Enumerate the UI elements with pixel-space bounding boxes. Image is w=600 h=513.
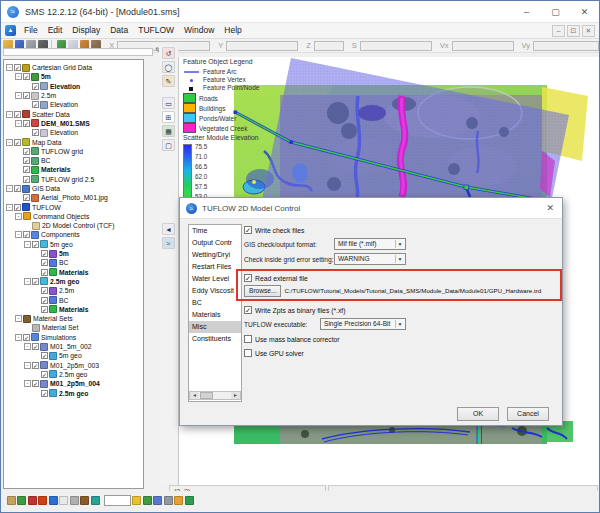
tree-item[interactable]: ✓Materials xyxy=(4,268,143,277)
mdi-close-button[interactable]: ✕ xyxy=(582,25,595,37)
tree-item[interactable]: -✓M01_2p5m_004 xyxy=(4,379,143,388)
tree-checkbox[interactable]: ✓ xyxy=(23,176,30,183)
curvilinear-module-icon[interactable] xyxy=(59,496,68,505)
tree-item[interactable]: ✓5m geo xyxy=(4,351,143,360)
coord-input-vx[interactable] xyxy=(452,41,514,51)
cartesian-grid-module-icon[interactable] xyxy=(17,496,26,505)
coord-input-vy[interactable] xyxy=(533,41,599,51)
close-button[interactable]: ✕ xyxy=(570,1,599,23)
menu-window[interactable]: Window xyxy=(179,23,219,38)
tree-item[interactable]: -✓Map Data xyxy=(4,137,143,146)
open-simulation-icon[interactable] xyxy=(174,496,183,505)
tree-checkbox[interactable]: ✓ xyxy=(32,362,39,369)
expander-icon[interactable]: - xyxy=(15,213,22,220)
tree-item[interactable]: ✓2.5m xyxy=(4,286,143,295)
tree-item[interactable]: Material Set xyxy=(4,323,143,332)
expander-icon[interactable]: - xyxy=(6,139,13,146)
coord-input-y[interactable] xyxy=(226,41,298,51)
tree-item[interactable]: -✓Components xyxy=(4,230,143,239)
edit-window-strip[interactable] xyxy=(3,48,153,56)
tree-item[interactable]: -✓TUFLOW xyxy=(4,202,143,211)
tree-item[interactable]: ✓Materials xyxy=(4,305,143,314)
display-options-icon[interactable]: ▦ xyxy=(162,125,175,137)
tree-item[interactable]: ✓Materials xyxy=(4,165,143,174)
tree-checkbox[interactable]: ✓ xyxy=(41,352,48,359)
mesh-module-icon[interactable] xyxy=(7,496,16,505)
tree-checkbox[interactable]: ✓ xyxy=(41,287,48,294)
tree-item[interactable]: ✓5m xyxy=(4,249,143,258)
title-bar[interactable]: ≈ SMS 12.2.12 (64-bit) - [Module01.sms] … xyxy=(1,1,599,23)
rotate-tool-icon[interactable]: ↺ xyxy=(162,47,175,59)
tree-checkbox[interactable]: ✓ xyxy=(32,83,39,90)
tree-checkbox[interactable]: ✓ xyxy=(41,390,48,397)
tree-checkbox[interactable]: ✓ xyxy=(41,297,48,304)
expander-icon[interactable]: - xyxy=(6,185,13,192)
run-simulation-icon[interactable] xyxy=(185,496,194,505)
tree-item[interactable]: -✓5m xyxy=(4,72,143,81)
expander-icon[interactable]: - xyxy=(15,120,22,127)
tree-checkbox[interactable]: ✓ xyxy=(23,73,30,80)
tree-checkbox[interactable]: ✓ xyxy=(23,92,30,99)
time-settings-icon[interactable] xyxy=(132,496,141,505)
tree-item[interactable]: -✓M01_5m_002 xyxy=(4,342,143,351)
mdi-restore-button[interactable]: ⊡ xyxy=(567,25,580,37)
write-zpts-checkbox[interactable]: ✓ xyxy=(244,306,252,314)
read-external-file-checkbox[interactable]: ✓ xyxy=(244,274,252,282)
expander-icon[interactable]: - xyxy=(6,111,13,118)
model-control-icon[interactable] xyxy=(164,496,173,505)
tree-checkbox[interactable]: ✓ xyxy=(14,185,21,192)
tree-item[interactable]: ✓Elevation xyxy=(4,128,143,137)
gis-format-dropdown[interactable]: Mif file (*.mif) ▼ xyxy=(334,238,406,250)
scatter-module-icon[interactable] xyxy=(28,496,37,505)
expander-icon[interactable]: - xyxy=(6,64,13,71)
expander-icon[interactable]: - xyxy=(6,204,13,211)
menu-display[interactable]: Display xyxy=(67,23,105,38)
tree-item[interactable]: ✓2.5m geo xyxy=(4,370,143,379)
tree-item[interactable]: ✓Elevation xyxy=(4,82,143,91)
dialog-tab-bc[interactable]: BC xyxy=(189,297,241,309)
tree-checkbox[interactable]: ✓ xyxy=(32,380,39,387)
ok-button[interactable]: OK xyxy=(457,407,499,421)
menu-help[interactable]: Help xyxy=(219,23,246,38)
tree-checkbox[interactable]: ✓ xyxy=(32,278,39,285)
tree-checkbox[interactable]: ✓ xyxy=(32,101,39,108)
select-box-icon[interactable]: ▢ xyxy=(162,139,175,151)
menu-tuflow[interactable]: TUFLOW xyxy=(133,23,179,38)
tree-item[interactable]: -✓M01_2p5m_003 xyxy=(4,361,143,370)
zoom-tool-icon[interactable]: ◯ xyxy=(162,61,175,73)
scroll-right-icon[interactable]: ► xyxy=(231,392,240,399)
tab-list-scrollbar[interactable]: ◄ ► xyxy=(189,391,241,400)
tree-checkbox[interactable]: ✓ xyxy=(23,148,30,155)
tree-checkbox[interactable]: ✓ xyxy=(23,194,30,201)
tree-checkbox[interactable]: ✓ xyxy=(14,139,21,146)
tree-checkbox[interactable]: ✓ xyxy=(23,334,30,341)
expander-icon[interactable]: - xyxy=(24,362,31,369)
menu-data[interactable]: Data xyxy=(105,23,133,38)
tree-item[interactable]: -✓DEM_M01.SMS xyxy=(4,119,143,128)
particle-module-icon[interactable] xyxy=(70,496,79,505)
tree-checkbox[interactable]: ✓ xyxy=(23,157,30,164)
dialog-title-bar[interactable]: ≈ TUFLOW 2D Model Control ✕ xyxy=(180,198,562,219)
scrollbar-thumb[interactable] xyxy=(200,392,213,399)
tree-item[interactable]: -Command Objects xyxy=(4,212,143,221)
time-step-field[interactable] xyxy=(104,495,131,506)
dialog-tab-materials[interactable]: Materials xyxy=(189,309,241,321)
tree-checkbox[interactable]: ✓ xyxy=(41,250,48,257)
write-check-files-checkbox[interactable]: ✓ xyxy=(244,226,252,234)
tree-checkbox[interactable]: ✓ xyxy=(41,259,48,266)
grid-error-dropdown[interactable]: WARNING ▼ xyxy=(334,253,406,265)
tree-item[interactable]: ✓Aerial_Photo_M01.jpg xyxy=(4,193,143,202)
tree-item[interactable]: -✓Cartesian Grid Data xyxy=(4,63,143,72)
browse-button[interactable]: Browse... xyxy=(244,285,281,297)
scroll-left-icon[interactable]: ◄ xyxy=(190,392,199,399)
dialog-tab-water-level[interactable]: Water Level xyxy=(189,273,241,285)
tree-item[interactable]: -✓Simulations xyxy=(4,333,143,342)
cancel-button[interactable]: Cancel xyxy=(507,407,549,421)
gis-module-icon[interactable] xyxy=(49,496,58,505)
model-check-icon[interactable] xyxy=(153,496,162,505)
annotation-module-icon[interactable] xyxy=(80,496,89,505)
menu-edit[interactable]: Edit xyxy=(43,23,68,38)
material-properties-icon[interactable] xyxy=(143,496,152,505)
gpu-solver-checkbox[interactable] xyxy=(244,349,252,357)
coord-input-z[interactable] xyxy=(314,41,344,51)
